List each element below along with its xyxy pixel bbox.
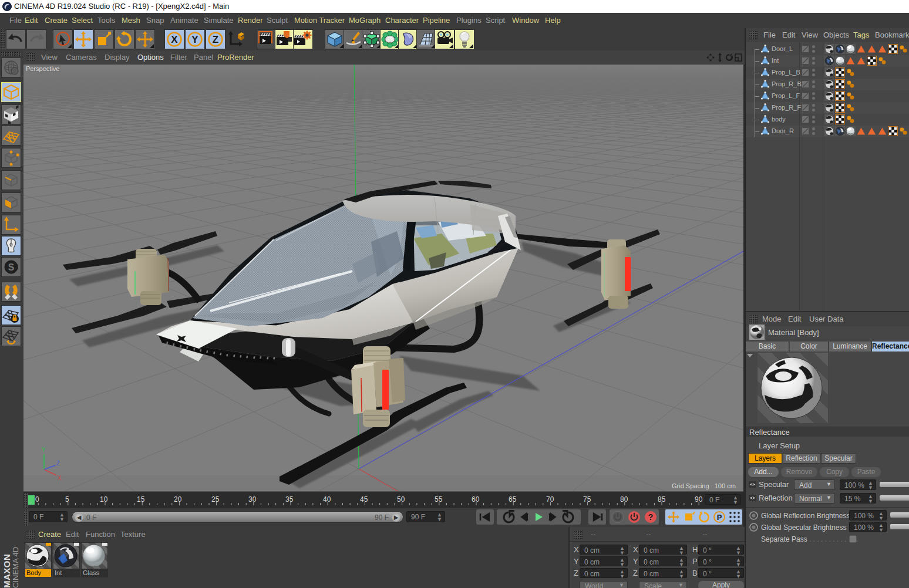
svg-text:30: 30 xyxy=(248,495,257,503)
svg-text:Y: Y xyxy=(42,447,46,453)
svg-text:5: 5 xyxy=(65,495,69,503)
svg-text:Z: Z xyxy=(213,34,218,45)
svg-text:X: X xyxy=(171,34,178,45)
svg-text:45: 45 xyxy=(360,495,368,503)
svg-text:P: P xyxy=(717,513,722,522)
svg-text:55: 55 xyxy=(435,495,443,503)
svg-text:80: 80 xyxy=(620,495,628,503)
svg-text:40: 40 xyxy=(323,495,331,503)
svg-text:Grid Spacing : 100 cm: Grid Spacing : 100 cm xyxy=(672,482,736,489)
svg-text:65: 65 xyxy=(509,495,517,503)
svg-text:Y: Y xyxy=(191,34,198,45)
svg-text:25: 25 xyxy=(211,495,220,503)
svg-text:75: 75 xyxy=(583,495,591,503)
svg-text:20: 20 xyxy=(174,495,182,503)
svg-text:S: S xyxy=(8,262,15,272)
svg-text:15: 15 xyxy=(137,495,145,503)
svg-text:0: 0 xyxy=(35,495,39,503)
svg-text:?: ? xyxy=(648,512,654,522)
svg-text:60: 60 xyxy=(472,495,480,503)
svg-text:50: 50 xyxy=(397,495,405,503)
svg-text:Z: Z xyxy=(56,460,60,467)
svg-text:35: 35 xyxy=(285,495,294,503)
svg-text:X: X xyxy=(58,475,62,481)
svg-text:70: 70 xyxy=(546,495,554,503)
svg-text:10: 10 xyxy=(100,495,108,503)
